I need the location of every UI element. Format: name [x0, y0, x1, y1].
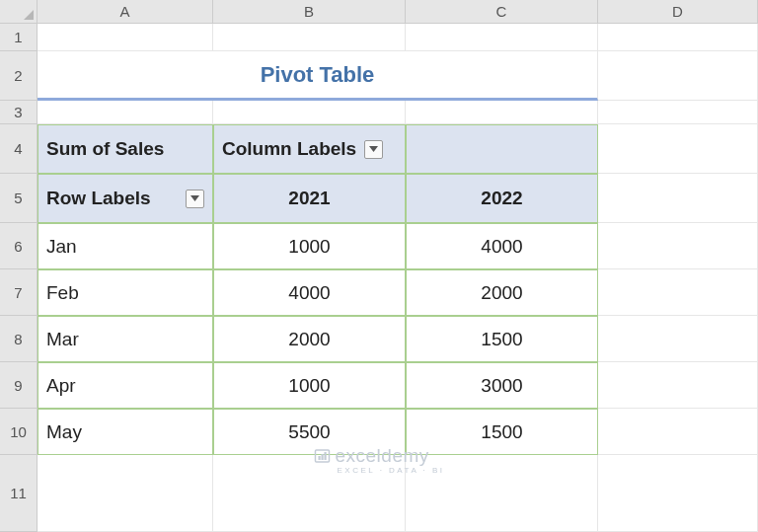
row-header-4[interactable]: 4 [0, 124, 38, 174]
row-header-8[interactable]: 8 [0, 316, 38, 362]
page-title: Pivot Table [38, 51, 598, 101]
column-labels-dropdown[interactable] [364, 140, 383, 159]
row-header-5[interactable]: 5 [0, 174, 38, 223]
table-cell[interactable]: 3000 [406, 362, 598, 409]
cell-D7[interactable] [598, 269, 758, 316]
cell-D5[interactable] [598, 174, 758, 223]
cell-B11[interactable] [213, 455, 406, 532]
pivot-year-2022[interactable]: 2022 [406, 174, 598, 223]
pivot-column-labels[interactable]: Column Labels [213, 124, 406, 174]
pivot-row-labels[interactable]: Row Labels [38, 174, 213, 223]
table-cell[interactable]: 1000 [213, 362, 406, 409]
table-cell[interactable]: 5500 [213, 409, 406, 455]
pivot-row-labels-text: Row Labels [46, 188, 151, 209]
table-row[interactable]: Feb [38, 269, 213, 316]
cell-B1[interactable] [213, 24, 406, 51]
table-cell[interactable]: 2000 [213, 316, 406, 362]
table-row[interactable]: May [38, 409, 213, 455]
cell-D4[interactable] [598, 124, 758, 174]
table-row[interactable]: Mar [38, 316, 213, 362]
row-labels-dropdown[interactable] [186, 190, 204, 208]
row-header-9[interactable]: 9 [0, 362, 38, 409]
table-row[interactable]: Apr [38, 362, 213, 409]
row-header-11[interactable]: 11 [0, 455, 38, 532]
cell-D3[interactable] [598, 101, 758, 124]
row-header-1[interactable]: 1 [0, 24, 38, 51]
row-header-7[interactable]: 7 [0, 269, 38, 316]
chevron-down-icon [190, 195, 199, 201]
row-header-10[interactable]: 10 [0, 409, 38, 455]
table-cell[interactable]: 2000 [406, 269, 598, 316]
table-cell[interactable]: 1000 [213, 223, 406, 269]
col-header-D[interactable]: D [598, 0, 758, 24]
cell-C11[interactable] [406, 455, 598, 532]
cell-B3[interactable] [213, 101, 406, 124]
cell-C3[interactable] [406, 101, 598, 124]
table-cell[interactable]: 1500 [406, 409, 598, 455]
cell-D6[interactable] [598, 223, 758, 269]
cell-D1[interactable] [598, 24, 758, 51]
cell-D11[interactable] [598, 455, 758, 532]
pivot-header-blank[interactable] [406, 124, 598, 174]
col-header-B[interactable]: B [213, 0, 406, 24]
cell-C1[interactable] [406, 24, 598, 51]
table-row[interactable]: Jan [38, 223, 213, 269]
cell-D10[interactable] [598, 409, 758, 455]
row-header-2[interactable]: 2 [0, 51, 38, 101]
cell-A3[interactable] [38, 101, 213, 124]
col-header-C[interactable]: C [406, 0, 598, 24]
cell-A11[interactable] [38, 455, 213, 532]
pivot-year-2021[interactable]: 2021 [213, 174, 406, 223]
table-cell[interactable]: 4000 [213, 269, 406, 316]
cell-D2[interactable] [598, 51, 758, 101]
pivot-sum-of-sales[interactable]: Sum of Sales [38, 124, 213, 174]
select-all-corner[interactable] [0, 0, 38, 24]
pivot-column-labels-text: Column Labels [222, 138, 356, 160]
cell-D9[interactable] [598, 362, 758, 409]
cell-A1[interactable] [38, 24, 213, 51]
chevron-down-icon [369, 146, 378, 152]
row-header-3[interactable]: 3 [0, 101, 38, 124]
col-header-A[interactable]: A [38, 0, 213, 24]
table-cell[interactable]: 4000 [406, 223, 598, 269]
row-header-6[interactable]: 6 [0, 223, 38, 269]
spreadsheet-grid: A B C D 1 2 Pivot Table 3 4 Sum of Sales… [0, 0, 758, 532]
cell-D8[interactable] [598, 316, 758, 362]
table-cell[interactable]: 1500 [406, 316, 598, 362]
